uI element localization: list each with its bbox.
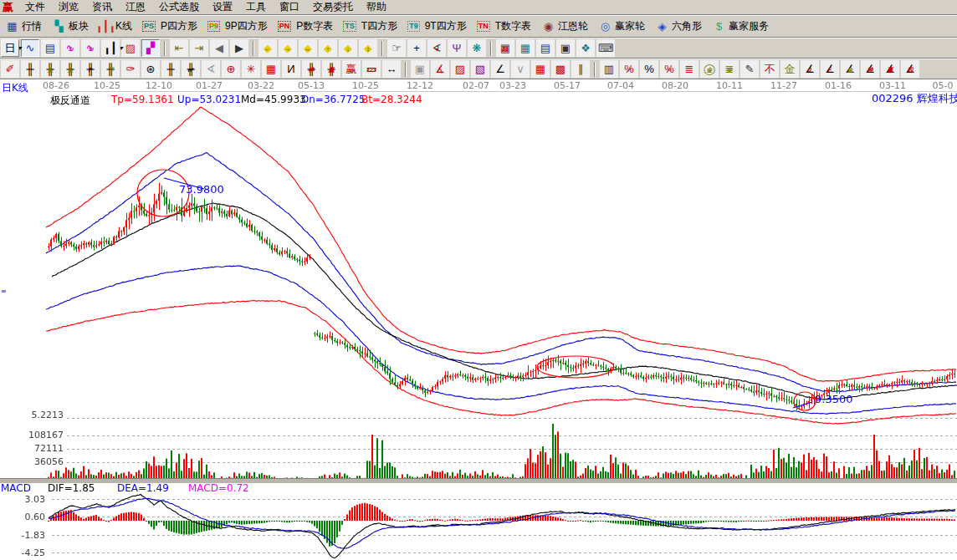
percent-lines-button[interactable]: %≡ bbox=[660, 60, 678, 78]
percent-button[interactable]: % bbox=[640, 60, 658, 78]
gold-lines-button[interactable]: ≣金 bbox=[720, 60, 739, 78]
grid-ruler-button[interactable]: ╫ bbox=[21, 60, 39, 78]
menu-window[interactable]: 窗口 bbox=[273, 1, 306, 13]
t-square-button[interactable]: TST四方形 bbox=[339, 18, 402, 36]
draw-pen-button[interactable]: ✐ bbox=[1, 60, 19, 78]
fan-box-button[interactable]: ▨ bbox=[451, 60, 469, 78]
nine-t-square-button[interactable]: T99T四方形 bbox=[403, 18, 471, 36]
pattern-view-button[interactable]: ▨ bbox=[121, 39, 140, 57]
four-angle-button[interactable]: ∠四 bbox=[901, 60, 919, 78]
hand-tool-button[interactable]: ☞ bbox=[387, 39, 406, 57]
box-select-button[interactable]: ▣ bbox=[411, 60, 429, 78]
gann-wheel-button[interactable]: ◉江恩轮 bbox=[537, 18, 592, 36]
target-circle-button[interactable]: ⊕ bbox=[222, 60, 240, 78]
diamond-down-button[interactable]: ◆↓ bbox=[339, 39, 357, 57]
menu-browse[interactable]: 浏览 bbox=[52, 1, 85, 13]
stats-bars-button[interactable]: ▥ bbox=[600, 60, 618, 78]
candle-style-dropdown[interactable]: ╻┃▾ bbox=[101, 39, 120, 57]
diamond-right-button[interactable]: ◆→ bbox=[279, 39, 297, 57]
circle-ruler-button[interactable]: ⊛ bbox=[141, 60, 160, 78]
menu-formula-stockpick[interactable]: 公式选股 bbox=[152, 1, 206, 13]
menu-tools[interactable]: 工具 bbox=[239, 1, 273, 13]
quotes-button[interactable]: ▦行情 bbox=[1, 18, 46, 36]
j-angle-button[interactable]: ∠J bbox=[801, 60, 819, 78]
notes-button[interactable]: ▤ bbox=[536, 39, 555, 57]
gann-split-tool-button[interactable]: Ψ bbox=[448, 39, 466, 57]
crosshair-button[interactable]: + bbox=[407, 39, 426, 57]
f-grid-button[interactable]: ╫F bbox=[81, 60, 100, 78]
angle-measure-button[interactable]: ∢● bbox=[427, 39, 446, 57]
wave-9-button[interactable]: ∿9 bbox=[81, 39, 100, 57]
gold-grid-button[interactable]: ╫金 bbox=[41, 60, 59, 78]
ying-angle-button[interactable]: ∠赢 bbox=[881, 60, 899, 78]
parallel-lines-button[interactable]: ∥ bbox=[571, 60, 590, 78]
period-day-dropdown[interactable]: 日▾ bbox=[1, 39, 19, 57]
dense-grid-button[interactable]: ▦ bbox=[531, 60, 550, 78]
panel-divider-icon[interactable]: ≡ bbox=[1, 288, 7, 295]
zigzag-button[interactable]: ∨ bbox=[511, 60, 530, 78]
winner-service-button[interactable]: $赢家服务 bbox=[708, 18, 773, 36]
t-number-table-button[interactable]: TNT数字表 bbox=[473, 18, 535, 36]
menu-help[interactable]: 帮助 bbox=[360, 1, 393, 13]
gold-grid2-button[interactable]: ╫金 bbox=[61, 60, 79, 78]
diamond-left-button[interactable]: ◆← bbox=[258, 39, 277, 57]
diamond-fit-button[interactable]: ◆↕ bbox=[359, 39, 377, 57]
f-angle-button[interactable]: ∠F bbox=[821, 60, 839, 78]
gold-angle-button[interactable]: ∠金 bbox=[841, 60, 859, 78]
nine-p-square-button[interactable]: P99P四方形 bbox=[203, 18, 272, 36]
chart-area[interactable]: 日K线 08-2610-2512-1001-2703-2205-1310-251… bbox=[0, 0, 957, 560]
net-station-button[interactable]: ❖ bbox=[576, 39, 595, 57]
t-percent-button[interactable]: %∕ bbox=[620, 60, 638, 78]
color-chart-button[interactable]: ▞ bbox=[141, 39, 160, 57]
pattern-red-button[interactable]: 不 bbox=[760, 60, 779, 78]
calculator-button[interactable]: ▦ bbox=[516, 39, 535, 57]
ruler-123-button[interactable]: ▭123 bbox=[362, 60, 381, 78]
fan-box2-button[interactable]: ▧ bbox=[471, 60, 489, 78]
web-circle-button[interactable]: ✳ bbox=[242, 60, 260, 78]
ying-grid-button[interactable]: ╫赢 bbox=[322, 60, 340, 78]
diamond-expand-button[interactable]: ◆↔ bbox=[299, 39, 317, 57]
p-number-table-button[interactable]: PNP数字表 bbox=[274, 18, 338, 36]
wave-3-button[interactable]: ∿3 bbox=[61, 39, 79, 57]
pen-note-button[interactable]: ✎ bbox=[740, 60, 759, 78]
gold-lines-button-overlay-icon: 金 bbox=[727, 67, 733, 73]
wave-mark-button[interactable]: И bbox=[282, 60, 300, 78]
hash-ruler-button[interactable]: ╫ bbox=[161, 60, 180, 78]
prev-page-button[interactable]: ◀ bbox=[210, 39, 228, 57]
info-panel-button[interactable]: ▤ bbox=[41, 39, 59, 57]
save-button[interactable]: ▣ bbox=[556, 39, 575, 57]
span-arrow-button[interactable]: ↔ bbox=[382, 60, 401, 78]
gann-fan-button[interactable]: ∡ bbox=[431, 60, 449, 78]
menu-gann[interactable]: 江恩 bbox=[119, 1, 152, 13]
calendar-button[interactable]: ▦21 bbox=[496, 39, 514, 57]
gold-circle-button[interactable]: ◯金 bbox=[700, 60, 719, 78]
p-square-button[interactable]: PSP四方形 bbox=[138, 18, 202, 36]
analysis-web-button[interactable]: ❋ bbox=[468, 39, 486, 57]
web-grid-button[interactable]: ▦ bbox=[262, 60, 280, 78]
last-page-button[interactable]: ⇥ bbox=[190, 39, 208, 57]
n2-ruler-button[interactable]: ╫n² bbox=[182, 60, 200, 78]
kline-button[interactable]: ╻┃╻K线 bbox=[95, 18, 136, 36]
menu-news[interactable]: 资讯 bbox=[85, 1, 119, 13]
winner-wheel-button[interactable]: ◎赢家轮 bbox=[594, 18, 649, 36]
lines-mark-button[interactable]: ≣ bbox=[680, 60, 699, 78]
first-page-button[interactable]: ⇤ bbox=[170, 39, 188, 57]
diamond-up-button[interactable]: ◆↑ bbox=[319, 39, 337, 57]
angle-lines-button[interactable]: ∠ bbox=[491, 60, 509, 78]
menu-file[interactable]: 文件 bbox=[18, 1, 52, 13]
gold-underline-button[interactable]: 金 bbox=[780, 60, 799, 78]
shen-grid-button[interactable]: ╫神 bbox=[302, 60, 320, 78]
ying-box-button[interactable]: 赢 bbox=[342, 60, 361, 78]
menu-settings[interactable]: 设置 bbox=[206, 1, 239, 13]
angle-ruler-button[interactable]: ∢ bbox=[202, 60, 220, 78]
trend-view-button[interactable]: ∿ bbox=[21, 39, 39, 57]
shen-angle-button[interactable]: ∠神 bbox=[861, 60, 879, 78]
measure-pen-button[interactable]: ✑ bbox=[121, 60, 140, 78]
hexagon-button[interactable]: ◈六角形 bbox=[651, 18, 706, 36]
sectors-button[interactable]: ▚板块 bbox=[48, 18, 93, 36]
menu-trade-order[interactable]: 交易委托 bbox=[306, 1, 360, 13]
next-page-button[interactable]: ▶ bbox=[230, 39, 248, 57]
s-grid-button[interactable]: ╫丂 bbox=[101, 60, 120, 78]
grid-diagonal-button[interactable]: ▩ bbox=[551, 60, 570, 78]
remote-print-button[interactable]: ⌨ bbox=[596, 39, 615, 57]
